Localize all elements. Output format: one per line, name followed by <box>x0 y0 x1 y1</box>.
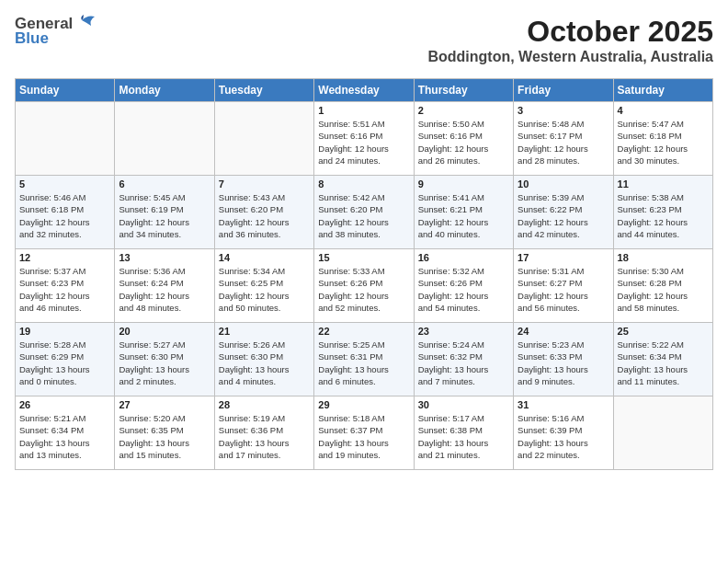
day-number: 14 <box>219 252 310 263</box>
day-number: 27 <box>119 399 210 410</box>
day-info: Sunrise: 5:17 AM Sunset: 6:38 PM Dayligh… <box>418 412 509 461</box>
weekday-header-wednesday: Wednesday <box>314 79 414 102</box>
day-number: 3 <box>518 105 609 116</box>
day-info: Sunrise: 5:20 AM Sunset: 6:35 PM Dayligh… <box>119 412 210 461</box>
day-number: 28 <box>219 399 310 410</box>
day-number: 15 <box>318 252 409 263</box>
weekday-header-saturday: Saturday <box>613 79 712 102</box>
day-info: Sunrise: 5:51 AM Sunset: 6:16 PM Dayligh… <box>318 118 409 167</box>
calendar-cell: 21Sunrise: 5:26 AM Sunset: 6:30 PM Dayli… <box>214 323 313 396</box>
day-number: 18 <box>618 252 709 263</box>
day-number: 31 <box>518 399 609 410</box>
day-info: Sunrise: 5:48 AM Sunset: 6:17 PM Dayligh… <box>518 118 609 167</box>
calendar-cell: 10Sunrise: 5:39 AM Sunset: 6:22 PM Dayli… <box>514 176 613 249</box>
day-info: Sunrise: 5:41 AM Sunset: 6:21 PM Dayligh… <box>418 191 509 240</box>
day-number: 9 <box>418 178 509 190</box>
day-number: 10 <box>518 178 609 190</box>
day-info: Sunrise: 5:19 AM Sunset: 6:36 PM Dayligh… <box>219 412 310 461</box>
day-info: Sunrise: 5:22 AM Sunset: 6:34 PM Dayligh… <box>618 339 709 387</box>
day-info: Sunrise: 5:47 AM Sunset: 6:18 PM Dayligh… <box>618 118 709 167</box>
calendar-cell: 2Sunrise: 5:50 AM Sunset: 6:16 PM Daylig… <box>414 102 513 176</box>
weekday-header-monday: Monday <box>115 79 214 102</box>
calendar-cell: 20Sunrise: 5:27 AM Sunset: 6:30 PM Dayli… <box>115 323 214 396</box>
day-number: 2 <box>418 105 509 116</box>
calendar-cell: 13Sunrise: 5:36 AM Sunset: 6:24 PM Dayli… <box>115 249 214 323</box>
weekday-header-friday: Friday <box>514 79 613 102</box>
day-number: 25 <box>618 326 709 337</box>
day-number: 12 <box>19 252 110 263</box>
day-info: Sunrise: 5:39 AM Sunset: 6:22 PM Dayligh… <box>518 191 609 240</box>
day-number: 16 <box>418 252 509 263</box>
logo-bird-icon <box>74 13 95 29</box>
day-number: 13 <box>119 252 210 263</box>
day-info: Sunrise: 5:24 AM Sunset: 6:32 PM Dayligh… <box>418 339 509 387</box>
calendar-cell: 4Sunrise: 5:47 AM Sunset: 6:18 PM Daylig… <box>613 102 712 176</box>
calendar-cell: 29Sunrise: 5:18 AM Sunset: 6:37 PM Dayli… <box>314 396 414 470</box>
day-number: 8 <box>318 178 409 190</box>
calendar-cell: 26Sunrise: 5:21 AM Sunset: 6:34 PM Dayli… <box>16 396 115 470</box>
day-number: 17 <box>518 252 609 263</box>
title-section: October 2025 Boddington, Western Austral… <box>427 15 713 65</box>
calendar-cell: 17Sunrise: 5:31 AM Sunset: 6:27 PM Dayli… <box>514 249 613 323</box>
calendar-cell: 3Sunrise: 5:48 AM Sunset: 6:17 PM Daylig… <box>514 102 613 176</box>
day-number: 21 <box>219 326 310 337</box>
weekday-header-row: SundayMondayTuesdayWednesdayThursdayFrid… <box>16 79 713 102</box>
calendar-cell: 14Sunrise: 5:34 AM Sunset: 6:25 PM Dayli… <box>214 249 313 323</box>
day-info: Sunrise: 5:25 AM Sunset: 6:31 PM Dayligh… <box>318 339 409 387</box>
day-info: Sunrise: 5:46 AM Sunset: 6:18 PM Dayligh… <box>19 191 110 240</box>
day-info: Sunrise: 5:36 AM Sunset: 6:24 PM Dayligh… <box>119 265 210 314</box>
calendar-cell: 8Sunrise: 5:42 AM Sunset: 6:20 PM Daylig… <box>314 176 414 249</box>
weekday-header-tuesday: Tuesday <box>214 79 313 102</box>
day-info: Sunrise: 5:50 AM Sunset: 6:16 PM Dayligh… <box>418 118 509 167</box>
day-number: 20 <box>119 326 210 337</box>
day-number: 7 <box>219 178 310 190</box>
day-number: 11 <box>618 178 709 190</box>
calendar-cell: 5Sunrise: 5:46 AM Sunset: 6:18 PM Daylig… <box>16 176 115 249</box>
day-info: Sunrise: 5:30 AM Sunset: 6:28 PM Dayligh… <box>618 265 709 314</box>
calendar-table: SundayMondayTuesdayWednesdayThursdayFrid… <box>15 78 713 470</box>
calendar-cell: 9Sunrise: 5:41 AM Sunset: 6:21 PM Daylig… <box>414 176 513 249</box>
calendar-week-3: 12Sunrise: 5:37 AM Sunset: 6:23 PM Dayli… <box>16 249 713 323</box>
weekday-header-sunday: Sunday <box>16 79 115 102</box>
day-number: 26 <box>19 399 110 410</box>
calendar-cell: 30Sunrise: 5:17 AM Sunset: 6:38 PM Dayli… <box>414 396 513 470</box>
day-info: Sunrise: 5:31 AM Sunset: 6:27 PM Dayligh… <box>518 265 609 314</box>
day-number: 4 <box>618 105 709 116</box>
day-info: Sunrise: 5:21 AM Sunset: 6:34 PM Dayligh… <box>19 412 110 461</box>
calendar-cell <box>115 102 214 176</box>
calendar-cell: 23Sunrise: 5:24 AM Sunset: 6:32 PM Dayli… <box>414 323 513 396</box>
calendar-cell: 11Sunrise: 5:38 AM Sunset: 6:23 PM Dayli… <box>613 176 712 249</box>
day-number: 29 <box>318 399 409 410</box>
day-info: Sunrise: 5:27 AM Sunset: 6:30 PM Dayligh… <box>119 339 210 387</box>
day-info: Sunrise: 5:34 AM Sunset: 6:25 PM Dayligh… <box>219 265 310 314</box>
calendar-cell: 6Sunrise: 5:45 AM Sunset: 6:19 PM Daylig… <box>115 176 214 249</box>
day-info: Sunrise: 5:32 AM Sunset: 6:26 PM Dayligh… <box>418 265 509 314</box>
calendar-cell: 7Sunrise: 5:43 AM Sunset: 6:20 PM Daylig… <box>214 176 313 249</box>
day-info: Sunrise: 5:37 AM Sunset: 6:23 PM Dayligh… <box>19 265 110 314</box>
logo: General Blue <box>15 15 95 48</box>
day-number: 19 <box>19 326 110 337</box>
day-info: Sunrise: 5:43 AM Sunset: 6:20 PM Dayligh… <box>219 191 310 240</box>
location-title: Boddington, Western Australia, Australia <box>427 49 713 65</box>
calendar-cell: 27Sunrise: 5:20 AM Sunset: 6:35 PM Dayli… <box>115 396 214 470</box>
calendar-cell: 1Sunrise: 5:51 AM Sunset: 6:16 PM Daylig… <box>314 102 414 176</box>
calendar-cell: 24Sunrise: 5:23 AM Sunset: 6:33 PM Dayli… <box>514 323 613 396</box>
day-number: 6 <box>119 178 210 190</box>
day-info: Sunrise: 5:42 AM Sunset: 6:20 PM Dayligh… <box>318 191 409 240</box>
calendar-week-2: 5Sunrise: 5:46 AM Sunset: 6:18 PM Daylig… <box>16 176 713 249</box>
day-info: Sunrise: 5:26 AM Sunset: 6:30 PM Dayligh… <box>219 339 310 387</box>
day-number: 1 <box>318 105 409 116</box>
month-title: October 2025 <box>427 15 713 49</box>
calendar-week-4: 19Sunrise: 5:28 AM Sunset: 6:29 PM Dayli… <box>16 323 713 396</box>
day-number: 30 <box>418 399 509 410</box>
calendar-cell <box>214 102 313 176</box>
calendar-cell: 19Sunrise: 5:28 AM Sunset: 6:29 PM Dayli… <box>16 323 115 396</box>
day-info: Sunrise: 5:16 AM Sunset: 6:39 PM Dayligh… <box>518 412 609 461</box>
day-number: 24 <box>518 326 609 337</box>
calendar-cell <box>613 396 712 470</box>
day-info: Sunrise: 5:33 AM Sunset: 6:26 PM Dayligh… <box>318 265 409 314</box>
top-bar: General Blue October 2025 Boddington, We… <box>15 15 713 71</box>
calendar-cell: 22Sunrise: 5:25 AM Sunset: 6:31 PM Dayli… <box>314 323 414 396</box>
day-info: Sunrise: 5:38 AM Sunset: 6:23 PM Dayligh… <box>618 191 709 240</box>
day-info: Sunrise: 5:28 AM Sunset: 6:29 PM Dayligh… <box>19 339 110 387</box>
